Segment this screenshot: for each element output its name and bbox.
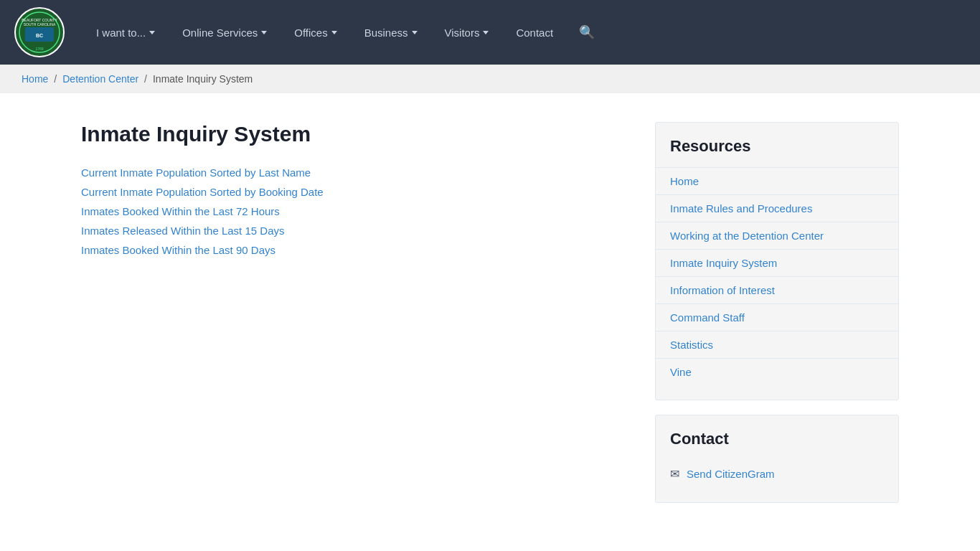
svg-text:1769: 1769 — [35, 47, 43, 51]
dropdown-caret — [412, 31, 418, 34]
content-links: Current Inmate Population Sorted by Last… — [81, 166, 626, 256]
resources-title: Resources — [656, 137, 898, 167]
sidebar-link-working[interactable]: Working at the Detention Center — [656, 222, 898, 249]
sidebar-link-home[interactable]: Home — [656, 167, 898, 194]
navbar: BEAUFORT COUNTY SOUTH CAROLINA BC 1769 I… — [0, 0, 980, 65]
envelope-icon: ✉ — [670, 467, 679, 481]
site-logo[interactable]: BEAUFORT COUNTY SOUTH CAROLINA BC 1769 — [14, 7, 65, 57]
sidebar-link-vine[interactable]: Vine — [656, 358, 898, 385]
contact-title: Contact — [656, 430, 898, 460]
sidebar-link-information[interactable]: Information of Interest — [656, 276, 898, 303]
svg-text:BC: BC — [36, 33, 43, 38]
contact-row: ✉ Send CitizenGram — [656, 460, 898, 488]
sidebar-link-commandstaff[interactable]: Command Staff — [656, 303, 898, 331]
search-icon[interactable]: 🔍 — [570, 19, 603, 46]
resources-box: Resources Home Inmate Rules and Procedur… — [655, 122, 899, 400]
page-title: Inmate Inquiry System — [81, 122, 626, 146]
dropdown-caret — [331, 31, 337, 34]
sidebar-link-statistics[interactable]: Statistics — [656, 331, 898, 358]
dropdown-caret — [261, 31, 267, 34]
sidebar-link-inquiry[interactable]: Inmate Inquiry System — [656, 249, 898, 276]
main-content: Inmate Inquiry System Current Inmate Pop… — [60, 93, 920, 546]
nav-item-onlineservices[interactable]: Online Services — [172, 21, 277, 44]
breadcrumb-home[interactable]: Home — [22, 73, 48, 85]
dropdown-caret — [149, 31, 155, 34]
breadcrumb-detention[interactable]: Detention Center — [62, 73, 138, 85]
content-area: Inmate Inquiry System Current Inmate Pop… — [81, 122, 626, 517]
sidebar: Resources Home Inmate Rules and Procedur… — [655, 122, 899, 517]
link-sorted-booking[interactable]: Current Inmate Population Sorted by Book… — [81, 186, 626, 198]
sidebar-link-rules[interactable]: Inmate Rules and Procedures — [656, 194, 898, 222]
nav-menu: I want to... Online Services Offices Bus… — [86, 19, 966, 46]
nav-item-offices[interactable]: Offices — [284, 21, 347, 44]
citizengram-link[interactable]: Send CitizenGram — [687, 468, 775, 480]
contact-box: Contact ✉ Send CitizenGram — [655, 415, 899, 503]
nav-item-iwantto[interactable]: I want to... — [86, 21, 165, 44]
nav-item-visitors[interactable]: Visitors — [435, 21, 499, 44]
nav-item-contact[interactable]: Contact — [506, 21, 563, 44]
breadcrumb-separator-2: / — [144, 73, 147, 85]
link-booked-90days[interactable]: Inmates Booked Within the Last 90 Days — [81, 244, 626, 256]
link-booked-72hrs[interactable]: Inmates Booked Within the Last 72 Hours — [81, 205, 626, 217]
breadcrumb-separator: / — [54, 73, 57, 85]
nav-item-business[interactable]: Business — [354, 21, 428, 44]
link-sorted-lastname[interactable]: Current Inmate Population Sorted by Last… — [81, 166, 626, 179]
svg-text:SOUTH CAROLINA: SOUTH CAROLINA — [24, 22, 56, 27]
dropdown-caret — [483, 31, 489, 34]
breadcrumb-current: Inmate Inquiry System — [153, 73, 253, 85]
breadcrumb: Home / Detention Center / Inmate Inquiry… — [0, 65, 980, 93]
link-released-15days[interactable]: Inmates Released Within the Last 15 Days — [81, 225, 626, 237]
